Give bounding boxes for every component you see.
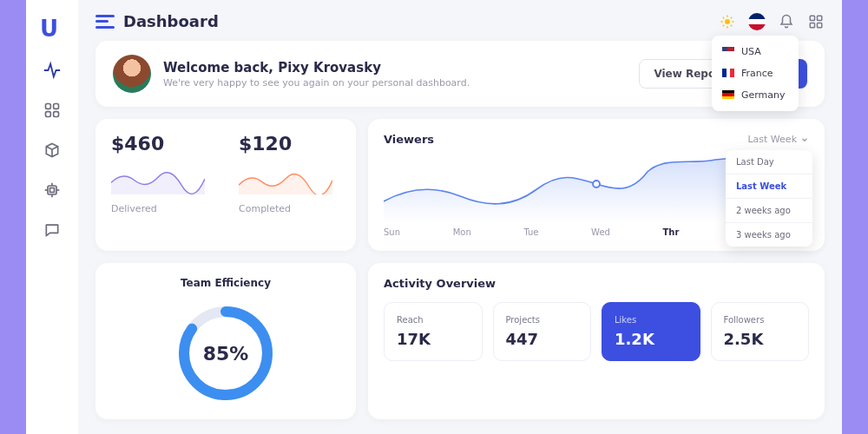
chart-marker: [593, 181, 600, 187]
svg-line-16: [731, 24, 733, 26]
language-option-usa[interactable]: USA: [712, 41, 799, 62]
stat-label: Delivered: [111, 203, 213, 214]
flag-us-icon: [722, 47, 734, 56]
svg-rect-19: [810, 16, 814, 20]
stat-label: Completed: [239, 203, 340, 214]
axis-day: Tue: [523, 227, 538, 237]
flag-fr-icon: [722, 69, 734, 77]
activity-value: 17K: [397, 330, 470, 348]
grid-apps-icon[interactable]: [807, 13, 825, 30]
stat-value: $120: [239, 133, 340, 155]
language-option-germany[interactable]: Germany: [712, 84, 799, 106]
svg-rect-4: [48, 186, 56, 194]
range-option[interactable]: Last Week: [726, 174, 812, 199]
flag-de-icon: [722, 90, 734, 99]
menu-toggle-icon[interactable]: [95, 15, 115, 29]
stat-value: $460: [111, 133, 213, 155]
activity-likes[interactable]: Likes 1.2K: [602, 302, 700, 361]
svg-rect-2: [46, 112, 51, 117]
activity-label: Likes: [615, 315, 687, 325]
svg-point-10: [725, 19, 730, 24]
chevron-down-icon: [800, 135, 809, 144]
nav-database-icon[interactable]: [43, 141, 62, 160]
page-title: Dashboard: [123, 12, 219, 30]
team-title: Team Efficiency: [111, 277, 340, 289]
activity-value: 447: [506, 330, 579, 348]
stat-delivered: $460 Delivered: [111, 133, 213, 237]
svg-rect-22: [818, 23, 822, 27]
main-content: Dashboard USA France Germany: [78, 0, 842, 434]
range-dropdown: Last Day Last Week 2 weeks ago 3 weeks a…: [726, 150, 812, 247]
axis-day: Mon: [453, 227, 471, 237]
svg-line-15: [723, 16, 725, 18]
nav-activity-icon[interactable]: [43, 61, 62, 80]
nav-chat-icon[interactable]: [43, 220, 62, 240]
svg-line-18: [731, 16, 733, 18]
language-label: Germany: [741, 89, 786, 101]
stat-completed: $120 Completed: [239, 133, 340, 237]
completed-sparkline: [239, 163, 332, 194]
range-option[interactable]: Last Day: [726, 150, 812, 174]
svg-line-17: [723, 24, 725, 26]
svg-rect-20: [818, 16, 822, 20]
activity-label: Projects: [506, 315, 579, 325]
avatar: [113, 55, 151, 93]
notifications-bell-icon[interactable]: [778, 13, 795, 30]
activity-label: Reach: [397, 315, 470, 325]
team-donut: 85%: [174, 301, 278, 405]
welcome-heading: Welcome back, Pixy Krovasky: [163, 60, 470, 76]
activity-title: Activity Overview: [384, 277, 809, 290]
language-label: USA: [741, 46, 761, 57]
viewers-title: Viewers: [384, 133, 434, 146]
svg-rect-0: [46, 104, 51, 109]
activity-value: 2.5K: [724, 330, 797, 348]
delivered-sparkline: [111, 163, 205, 194]
language-option-france[interactable]: France: [712, 62, 799, 84]
language-label: France: [741, 68, 773, 79]
axis-day: Wed: [591, 227, 610, 237]
activity-projects[interactable]: Projects 447: [493, 302, 592, 361]
svg-rect-21: [810, 23, 814, 27]
welcome-sub: We're very happy to see you again on you…: [163, 77, 470, 89]
axis-day: Sun: [384, 227, 400, 237]
stats-card: $460 Delivered $120 Completed: [95, 119, 356, 251]
activity-reach[interactable]: Reach 17K: [384, 302, 483, 361]
axis-day: Thr: [663, 227, 680, 237]
svg-rect-5: [50, 188, 55, 193]
range-label: Last Week: [747, 134, 797, 145]
nav-apps-icon[interactable]: [43, 101, 62, 120]
theme-sun-icon[interactable]: [719, 13, 736, 30]
activity-label: Followers: [724, 315, 797, 325]
range-option[interactable]: 3 weeks ago: [726, 223, 812, 247]
range-selector[interactable]: Last Week: [747, 134, 809, 145]
activity-value: 1.2K: [615, 330, 687, 348]
range-option[interactable]: 2 weeks ago: [726, 199, 812, 223]
sidebar: U: [26, 0, 78, 434]
svg-rect-3: [54, 112, 59, 117]
nav-chip-icon[interactable]: [43, 181, 62, 200]
topbar: Dashboard USA France Germany: [95, 12, 825, 30]
language-dropdown: USA France Germany: [712, 36, 799, 111]
logo: U: [40, 16, 64, 40]
team-percent: 85%: [203, 343, 249, 365]
viewers-card: Viewers Last Week Last Day Last Week 2 w…: [368, 119, 825, 251]
language-flag-icon[interactable]: [748, 13, 766, 30]
activity-followers[interactable]: Followers 2.5K: [711, 302, 810, 361]
svg-rect-1: [54, 104, 59, 109]
team-efficiency-card: Team Efficiency 85%: [95, 263, 356, 419]
activity-card: Activity Overview Reach 17K Projects 447…: [368, 263, 825, 419]
